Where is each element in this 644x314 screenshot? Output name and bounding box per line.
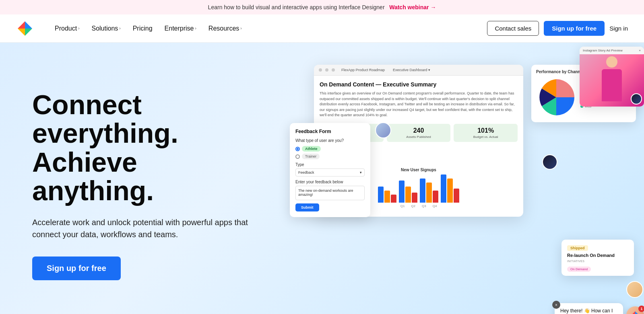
bar-q4-facebook <box>441 174 446 203</box>
nav-actions: Contact sales Sign up for free Sign in <box>487 21 628 36</box>
athlete-badge: Athlete <box>302 146 321 152</box>
bar-q1-instagram <box>384 191 390 203</box>
announcement-text: Learn how to build visual and interactiv… <box>208 4 385 10</box>
legend-twitter: Twitter <box>580 95 599 99</box>
dashboard-tab1: FlexApp Product Roadmap <box>341 68 385 72</box>
signup-hero-button[interactable]: Sign up for free <box>32 257 121 280</box>
radio-athlete[interactable]: Athlete <box>295 146 365 152</box>
watch-webinar-link[interactable]: Watch webinar → <box>389 4 436 10</box>
chat-bubble-container: × Hey there! 👋 How can I help today? <box>555 303 623 314</box>
story-close-icon[interactable]: × <box>639 49 641 52</box>
story-image <box>580 54 644 107</box>
shipped-tag: On Demand <box>567 267 591 272</box>
avatar-row: Britt <box>320 148 518 160</box>
enterprise-chevron-icon: › <box>195 26 196 31</box>
stat-budget-label: Budget vs. Actual <box>458 135 514 139</box>
bar-q2-facebook <box>399 181 405 203</box>
bar-group-q4 <box>441 174 459 203</box>
bar-q2-email <box>412 193 417 203</box>
chat-avatar-container[interactable]: 1 <box>626 306 644 314</box>
dashboard-body: On Demand Content — Executive Summary Th… <box>314 76 523 217</box>
bar-chart <box>323 174 514 203</box>
svg-marker-4 <box>631 311 635 314</box>
chat-close-button[interactable]: × <box>552 301 560 309</box>
submit-button[interactable]: Submit <box>295 203 319 211</box>
svg-marker-2 <box>18 29 25 36</box>
stat-assets-number: 240 <box>391 127 447 134</box>
shipped-badge: Shipped <box>567 245 588 251</box>
bar-group-q3 <box>420 179 438 203</box>
stat-campaigns-number: 17 <box>324 127 380 134</box>
contact-sales-button[interactable]: Contact sales <box>487 21 539 36</box>
user-avatar <box>320 148 332 160</box>
type-label: Type <box>295 162 365 167</box>
bar-q2-instagram <box>405 187 411 203</box>
pie-container: Facebook Instagram Twitter Email <box>536 77 631 117</box>
logo[interactable] <box>16 20 34 37</box>
nav-solutions[interactable]: Solutions › <box>87 22 125 35</box>
stat-campaigns: 17 Campaigns Launched <box>320 124 384 142</box>
select-chevron-icon: ▾ <box>360 170 362 174</box>
dashboard-body-text: This interface gives an overview of our … <box>320 91 518 118</box>
nav-product[interactable]: Product › <box>50 22 84 35</box>
chat-avatar-icon <box>626 306 644 314</box>
stat-campaigns-label: Campaigns Launched <box>324 135 380 139</box>
legend-web: Web <box>580 105 599 108</box>
dashboard-topbar: FlexApp Product Roadmap Executive Dashbo… <box>314 65 523 76</box>
notification-badge: 1 <box>638 306 644 312</box>
floating-avatar-3 <box>626 281 643 298</box>
hero-title: Connect everything. Achieve anything. <box>32 90 258 205</box>
signup-nav-button[interactable]: Sign up for free <box>544 21 605 36</box>
announcement-bar: Learn how to build visual and interactiv… <box>0 0 644 14</box>
bar-q3-facebook <box>420 179 425 203</box>
chat-bubble: Hey there! 👋 How can I help today? <box>555 303 623 314</box>
bar-q3-email <box>433 191 438 203</box>
story-topbar: Instagram Story Ad Preview × <box>580 47 644 54</box>
pie-chart-card: Performance by Channel <box>531 65 636 122</box>
bar-q1-facebook <box>378 187 384 203</box>
dashboard-card: FlexApp Product Roadmap Executive Dashbo… <box>314 65 523 217</box>
nav-links: Product › Solutions › Pricing Enterprise… <box>50 22 487 35</box>
feedback-textarea[interactable]: The new on-demand workouts are amazing! <box>295 186 365 200</box>
smartsheet-logo-icon <box>630 310 640 314</box>
stat-budget-number: 101% <box>458 127 514 134</box>
stat-cards: 17 Campaigns Launched 240 Assets Publish… <box>320 124 518 142</box>
pie-chart-svg <box>536 77 576 117</box>
shipped-title: Re-launch On Demand <box>567 253 628 258</box>
radio-trainer-circle <box>295 154 300 159</box>
product-chevron-icon: › <box>78 26 79 31</box>
nav-enterprise[interactable]: Enterprise › <box>160 22 201 35</box>
radio-trainer[interactable]: Trainer <box>295 154 365 159</box>
bar-q4-instagram <box>447 179 453 203</box>
logo-icon <box>16 20 34 37</box>
story-avatar <box>631 93 642 105</box>
legend-facebook: Facebook <box>580 85 599 89</box>
svg-marker-5 <box>635 311 639 314</box>
hero-content: Connect everything. Achieve anything. Ac… <box>32 90 258 281</box>
navigation: Product › Solutions › Pricing Enterprise… <box>0 14 644 43</box>
type-select[interactable]: Feedback ▾ <box>295 168 365 176</box>
pie-chart-title: Performance by Channel <box>536 70 631 74</box>
textarea-label: Enter your feedback below <box>295 180 365 184</box>
dashboard-section-title: On Demand Content — Executive Summary <box>320 81 518 88</box>
bar-q4-email <box>454 189 459 203</box>
hero-mockups: FlexApp Product Roadmap Executive Dashbo… <box>282 43 644 314</box>
pie-legend: Facebook Instagram Twitter Email <box>580 85 599 109</box>
svg-marker-0 <box>18 21 25 29</box>
bar-group-q2 <box>399 181 417 203</box>
signin-button[interactable]: Sign in <box>609 25 628 32</box>
story-person <box>596 56 628 105</box>
bar-q1-email <box>391 195 396 203</box>
nav-resources[interactable]: Resources › <box>204 22 247 35</box>
chart-x-labels: Q1Q2Q3Q4 <box>323 204 514 208</box>
dashboard-tab2: Executive Dashboard ▾ <box>393 68 430 72</box>
chat-widget: × Hey there! 👋 How can I help today? <box>555 303 644 314</box>
radio-athlete-circle <box>295 147 300 151</box>
shipped-card: Shipped Re-launch On Demand INITIATIVES … <box>561 240 634 276</box>
story-title: Instagram Story Ad Preview <box>583 49 623 52</box>
nav-pricing[interactable]: Pricing <box>128 22 157 35</box>
legend-instagram: Instagram <box>580 90 599 94</box>
svg-marker-1 <box>25 21 32 29</box>
feedback-question: What type of user are you? <box>295 138 365 143</box>
chart-title: New User Signups <box>323 168 514 172</box>
